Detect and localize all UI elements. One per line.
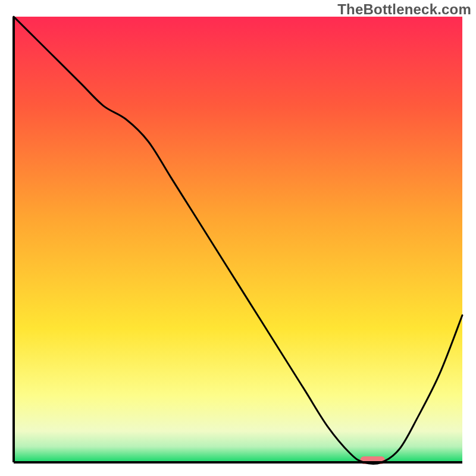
bottleneck-chart bbox=[0, 0, 476, 476]
chart-frame: TheBottleneck.com bbox=[0, 0, 476, 476]
watermark-text: TheBottleneck.com bbox=[337, 1, 471, 18]
